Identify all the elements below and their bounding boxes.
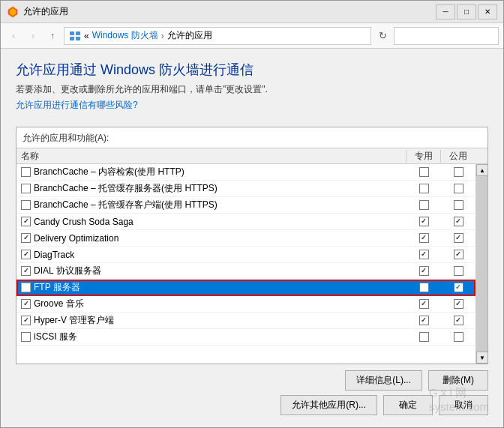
row-checkbox[interactable]: ✓ [21,266,31,276]
svg-rect-3 [76,31,80,35]
table-row[interactable]: FTP 服务器✓ [16,280,476,296]
main-window: 允许的应用 ─ □ ✕ ‹ › ↑ « Windows 防火墙 › 允许的应用 [0,0,504,428]
risk-link[interactable]: 允许应用进行通信有哪些风险? [16,99,138,112]
row-public-check[interactable]: ✓ [441,250,476,259]
row-public-check[interactable]: ✓ [441,217,476,226]
row-name-cell: ✓Delivery Optimization [16,233,406,244]
table-row[interactable]: BranchCache – 托管缓存服务器(使用 HTTPS) [16,181,476,197]
row-public-check[interactable] [441,184,476,193]
row-name-cell: BranchCache – 托管缓存服务器(使用 HTTPS) [16,182,406,195]
main-content: 允许应用通过 Windows 防火墙进行通信 若要添加、更改或删除所允许的应用和… [1,49,503,427]
top-left: 允许应用通过 Windows 防火墙进行通信 若要添加、更改或删除所允许的应用和… [16,61,406,119]
row-checkbox[interactable] [21,332,31,342]
table-row[interactable]: iSCSI 服务 [16,329,476,346]
table-row[interactable]: ✓Candy Crush Soda Saga✓✓ [16,214,476,230]
row-name-text: Hyper-V 管理客户端 [34,314,114,327]
refresh-button[interactable]: ↻ [374,28,391,44]
row-checkbox[interactable] [21,184,31,193]
remove-button[interactable]: 删除(M) [428,370,488,391]
row-private-check[interactable] [406,332,441,342]
row-private-check[interactable] [406,283,441,292]
table-row[interactable]: BranchCache – 托管缓存客户端(使用 HTTPS) [16,197,476,214]
svg-rect-5 [76,37,80,40]
scrollbar[interactable]: ▲ ▼ [476,164,488,364]
row-checkbox[interactable] [21,283,31,292]
up-button[interactable]: ↑ [44,28,61,44]
table-row[interactable]: ✓DiagTrack✓✓ [16,247,476,263]
page-title: 允许应用通过 Windows 防火墙进行通信 [16,61,406,79]
table-row[interactable]: ✓DIAL 协议服务器✓ [16,263,476,280]
minimize-button[interactable]: ─ [436,4,455,19]
scroll-up-button[interactable]: ▲ [476,164,488,176]
row-private-check[interactable] [406,184,441,193]
row-public-check[interactable]: ✓ [441,299,476,309]
row-private-check[interactable]: ✓ [406,266,441,276]
row-checkbox[interactable]: ✓ [21,217,31,226]
search-input[interactable] [399,31,504,41]
row-name-text: Delivery Optimization [34,233,118,244]
row-name-text: BranchCache – 托管缓存客户端(使用 HTTPS) [34,199,218,211]
search-box: 🔍 [394,27,499,45]
window-icon [7,6,19,18]
row-name-text: iSCSI 服务 [34,331,77,343]
row-private-check[interactable] [406,200,441,210]
row-checkbox[interactable]: ✓ [21,233,31,243]
row-public-check[interactable] [441,200,476,210]
row-checkbox[interactable]: ✓ [21,299,31,309]
row-public-check[interactable] [441,332,476,342]
row-name-cell: ✓Candy Crush Soda Saga [16,217,406,227]
list-table: 名称 专用 公用 BranchCache – 内容检索(使用 HTTP)Bran… [16,148,488,364]
row-private-check[interactable]: ✓ [406,316,441,325]
row-checkbox[interactable] [21,167,31,177]
row-public-check[interactable]: ✓ [441,316,476,325]
list-body[interactable]: BranchCache – 内容检索(使用 HTTP)BranchCache –… [16,164,476,364]
row-public-check[interactable] [441,167,476,177]
row-name-text: DiagTrack [34,250,74,260]
details-button[interactable]: 详细信息(L)... [345,370,422,391]
forward-button[interactable]: › [25,28,41,44]
scroll-down-button[interactable]: ▼ [476,352,488,364]
row-name-cell: iSCSI 服务 [16,331,406,343]
row-name-cell: BranchCache – 托管缓存客户端(使用 HTTPS) [16,199,406,211]
table-row[interactable]: ✓Hyper-V 管理客户端✓✓ [16,313,476,329]
row-private-check[interactable] [406,167,441,177]
row-public-check[interactable]: ✓ [441,283,476,292]
bottom-row1: 详细信息(L)... 删除(M) [16,370,488,391]
row-name-text: BranchCache – 内容检索(使用 HTTP) [34,166,184,178]
row-name-cell: BranchCache – 内容检索(使用 HTTP) [16,166,406,178]
row-private-check[interactable]: ✓ [406,299,441,309]
back-button[interactable]: ‹ [5,28,22,44]
row-name-text: Groove 音乐 [34,298,84,310]
bottom-row2: 允许其他应用(R)... 确定 取消 [16,395,488,415]
row-checkbox[interactable]: ✓ [21,316,31,325]
col-private-header: 专用 [406,150,441,163]
scroll-thumb[interactable] [476,176,488,352]
row-public-check[interactable]: ✓ [441,233,476,243]
list-header: 名称 专用 公用 [16,148,488,164]
table-row[interactable]: BranchCache – 内容检索(使用 HTTP) [16,164,476,181]
col-public-header: 公用 [441,150,476,163]
confirm-button[interactable]: 确定 [383,395,433,415]
row-private-check[interactable]: ✓ [406,233,441,243]
row-private-check[interactable]: ✓ [406,250,441,259]
breadcrumb-path[interactable]: Windows 防火墙 [92,29,158,42]
allow-other-button[interactable]: 允许其他应用(R)... [280,395,377,415]
cancel-button[interactable]: 取消 [439,395,488,415]
row-private-check[interactable]: ✓ [406,217,441,226]
row-name-cell: ✓DiagTrack [16,250,406,260]
breadcrumb-bar: « Windows 防火墙 › 允许的应用 [64,27,371,45]
col-name-header: 名称 [16,150,406,163]
row-checkbox[interactable] [21,200,31,210]
table-row[interactable]: ✓Groove 音乐✓✓ [16,296,476,313]
svg-rect-2 [70,31,74,35]
control-panel-icon [69,30,81,42]
maximize-button[interactable]: □ [457,4,476,19]
window-controls: ─ □ ✕ [436,4,497,19]
row-public-check[interactable] [441,266,476,276]
row-checkbox[interactable]: ✓ [21,250,31,259]
row-name-cell: ✓DIAL 协议服务器 [16,265,406,277]
table-row[interactable]: ✓Delivery Optimization✓✓ [16,230,476,247]
list-panel: 允许的应用和功能(A): 名称 专用 公用 BranchCache – 内容检索… [16,127,488,364]
window-title: 允许的应用 [23,5,436,18]
close-button[interactable]: ✕ [478,4,497,19]
